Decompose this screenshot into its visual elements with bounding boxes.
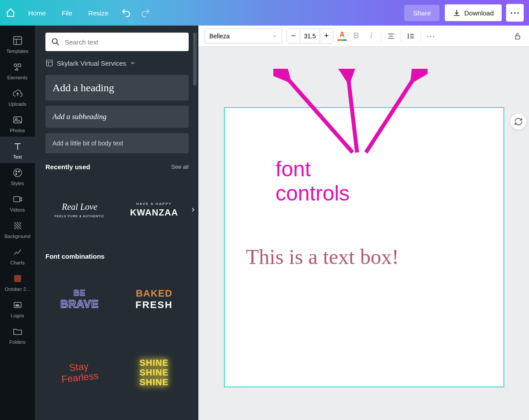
rail-charts[interactable]: Charts (0, 242, 35, 269)
svg-text:co.: co. (15, 304, 19, 307)
logos-icon: co. (12, 300, 23, 310)
brand-dropdown[interactable]: Skylark Virtual Services (45, 59, 189, 67)
text-icon (12, 141, 23, 152)
left-rail: Templates Elements Uploads Photos Text S… (0, 26, 35, 420)
svg-rect-2 (18, 64, 21, 67)
font-size-input[interactable] (300, 33, 320, 40)
elements-icon (12, 62, 23, 72)
font-size-increase[interactable]: + (320, 29, 333, 43)
chevron-down-icon (272, 33, 277, 39)
chevron-right-icon[interactable] (190, 206, 197, 213)
download-icon (453, 9, 461, 17)
folder-thumb-icon (12, 273, 23, 284)
recent-thumb-real-love[interactable]: Real Love FEELS PURE & AUTHENTIC (45, 177, 114, 243)
svg-point-1 (14, 64, 17, 67)
brand-label: Skylark Virtual Services (57, 59, 126, 67)
search-icon (51, 37, 60, 47)
canvas-textbox[interactable]: This is a text box! (246, 245, 399, 269)
combo-thumb-shine[interactable]: SHINESHINESHINE (120, 339, 188, 405)
font-select[interactable]: Belleza (205, 29, 282, 44)
rail-videos[interactable]: Videos (0, 190, 35, 216)
chevron-down-icon (130, 60, 136, 66)
text-color-a: A (339, 31, 345, 38)
refresh-icon (514, 117, 523, 126)
font-size-decrease[interactable]: − (287, 29, 300, 43)
design-canvas[interactable]: This is a text box! (224, 107, 504, 387)
rail-background[interactable]: Background (0, 216, 35, 242)
bold-button[interactable]: B (351, 31, 361, 41)
recent-thumb-kwanzaa[interactable]: HAVE A HAPPY KWANZAA (120, 177, 188, 243)
add-subheading-button[interactable]: Add a subheading (45, 106, 189, 128)
svg-point-7 (18, 171, 19, 172)
rail-folders[interactable]: Folders (0, 322, 35, 348)
svg-point-8 (15, 174, 17, 175)
rail-styles[interactable]: Styles (0, 163, 35, 190)
templates-icon (12, 35, 23, 46)
combo-thumb-stay-fearless[interactable]: StayFearless (45, 339, 114, 405)
svg-point-15 (408, 34, 409, 35)
menu-file[interactable]: File (54, 6, 80, 20)
combo-thumb-be-brave[interactable]: BE BRAVE (45, 266, 114, 332)
align-button[interactable] (386, 31, 396, 41)
menu-resize[interactable]: Resize (80, 6, 116, 20)
svg-point-16 (408, 36, 409, 37)
combo-thumb-baked-fresh[interactable]: BAKED FRESH (120, 266, 188, 332)
share-button[interactable]: Share (404, 5, 440, 21)
refresh-button[interactable] (510, 114, 526, 130)
svg-rect-14 (46, 60, 52, 66)
more-button[interactable]: ⋯ (506, 4, 524, 22)
videos-icon (12, 194, 23, 204)
add-body-text-button[interactable]: Add a little bit of body text (45, 133, 189, 153)
rail-uploads[interactable]: Uploads (0, 84, 35, 110)
download-label: Download (464, 9, 494, 17)
home-icon[interactable] (5, 7, 16, 18)
svg-rect-10 (14, 275, 21, 282)
svg-rect-0 (14, 37, 22, 45)
rail-photos[interactable]: Photos (0, 110, 35, 137)
more-text-options[interactable]: ⋯ (425, 31, 436, 41)
svg-point-17 (408, 37, 409, 38)
color-spectrum-icon (338, 39, 346, 41)
search-input[interactable] (65, 38, 183, 46)
download-button[interactable]: Download (445, 4, 502, 21)
rail-october[interactable]: October 2... (0, 269, 35, 295)
uploads-icon (12, 88, 23, 99)
text-color-button[interactable]: A (338, 31, 346, 41)
lock-button[interactable] (512, 31, 523, 41)
text-panel: Skylark Virtual Services Add a heading A… (35, 26, 198, 420)
redo-icon[interactable] (140, 7, 151, 18)
photos-icon (12, 115, 23, 125)
svg-rect-18 (515, 36, 520, 39)
svg-point-13 (52, 39, 57, 44)
see-all-link[interactable]: See all (171, 164, 189, 170)
menu-home[interactable]: Home (20, 6, 54, 20)
svg-rect-9 (14, 197, 20, 202)
styles-icon (12, 167, 23, 178)
recent-heading: Recently used (45, 163, 90, 171)
rail-logos[interactable]: co.Logos (0, 295, 35, 322)
canvas-area: Belleza − + A B I ⋯ This is a text bo (198, 26, 529, 420)
brand-icon (45, 59, 53, 67)
panel-scrollbar[interactable] (193, 33, 197, 85)
rail-text[interactable]: Text (0, 137, 35, 163)
italic-button[interactable]: I (366, 31, 376, 41)
add-heading-button[interactable]: Add a heading (45, 75, 189, 100)
folders-icon (12, 326, 23, 337)
search-input-wrap[interactable] (45, 33, 189, 51)
svg-point-5 (14, 169, 22, 177)
top-menubar: Home File Resize Share Download ⋯ (0, 0, 529, 26)
fontcombo-heading: Font combinations (45, 253, 104, 260)
font-name: Belleza (209, 33, 230, 40)
rail-elements[interactable]: Elements (0, 57, 35, 84)
font-size-group: − + (287, 29, 333, 44)
charts-icon (12, 247, 23, 257)
text-toolbar: Belleza − + A B I ⋯ (198, 26, 529, 47)
undo-icon[interactable] (121, 7, 131, 18)
rail-templates[interactable]: Templates (0, 31, 35, 57)
background-icon (12, 220, 23, 231)
svg-point-6 (15, 171, 17, 172)
list-button[interactable] (406, 31, 416, 41)
